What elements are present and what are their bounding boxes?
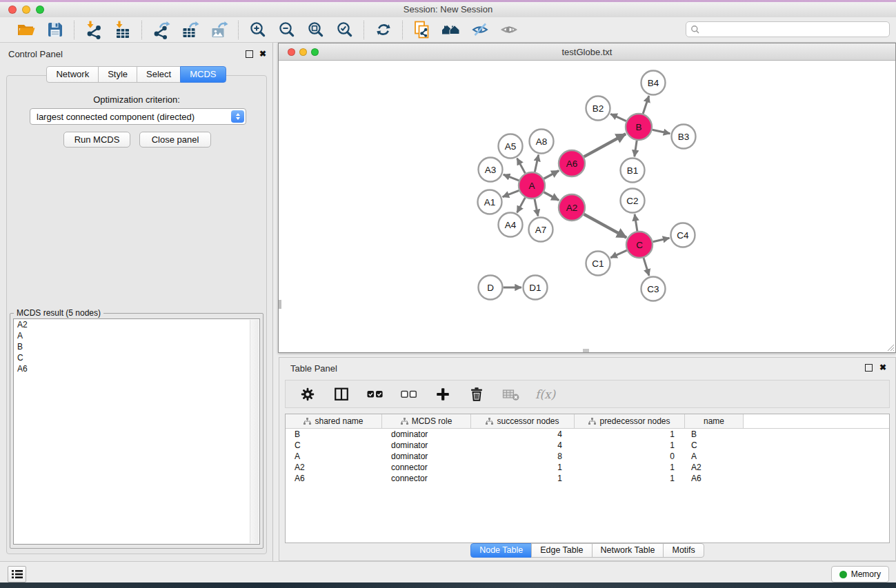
table-row[interactable]: A dominator 8 0 A bbox=[286, 451, 889, 462]
main-toolbar bbox=[0, 17, 896, 43]
resize-grip-icon[interactable] bbox=[885, 342, 895, 352]
graph-edge-C-C3[interactable] bbox=[644, 258, 649, 276]
horizontal-scroll-hint[interactable] bbox=[583, 349, 589, 352]
graph-edge-A-A4[interactable] bbox=[517, 198, 526, 213]
graph-edge-A-A8[interactable] bbox=[535, 155, 538, 172]
deselect-all-button[interactable] bbox=[400, 385, 418, 403]
optimization-criterion-select[interactable]: largest connected component (directed) bbox=[30, 108, 246, 125]
columns-icon bbox=[333, 386, 350, 403]
table-row[interactable]: C dominator 4 1 C bbox=[286, 440, 889, 451]
select-all-button[interactable] bbox=[366, 385, 384, 403]
graph-edge-B-B2[interactable] bbox=[610, 114, 626, 121]
task-history-button[interactable] bbox=[8, 566, 26, 582]
tab-network[interactable]: Network bbox=[46, 66, 99, 83]
show-panels-button[interactable] bbox=[499, 20, 519, 40]
home-button[interactable] bbox=[441, 20, 461, 40]
delete-column-button[interactable] bbox=[468, 385, 486, 403]
column-header-mcds-role[interactable]: MCDS role bbox=[382, 414, 471, 428]
hide-panels-button[interactable] bbox=[470, 20, 490, 40]
close-window-button[interactable] bbox=[288, 48, 295, 56]
scrollbar[interactable] bbox=[250, 320, 259, 543]
open-session-button[interactable] bbox=[16, 20, 36, 40]
graph-edge-B-B4[interactable] bbox=[643, 96, 649, 114]
minimize-window-button[interactable] bbox=[299, 48, 307, 56]
graph-node-label-D1: D1 bbox=[529, 283, 541, 293]
graph-edge-A-A1[interactable] bbox=[503, 190, 519, 196]
network-from-selection-button[interactable] bbox=[412, 20, 432, 40]
graph-edge-A-A5[interactable] bbox=[517, 159, 526, 174]
export-image-button[interactable] bbox=[209, 20, 229, 40]
tab-style[interactable]: Style bbox=[98, 66, 137, 83]
zoom-in-button[interactable] bbox=[248, 20, 268, 40]
export-table-button[interactable] bbox=[180, 20, 200, 40]
app-titlebar: Session: New Session bbox=[0, 2, 896, 17]
search-box[interactable] bbox=[686, 21, 890, 37]
table-header-row: shared name MCDS role successor nodes bbox=[286, 414, 889, 429]
export-network-button[interactable] bbox=[151, 20, 171, 40]
graph-node-label-A7: A7 bbox=[535, 225, 547, 235]
graph-node-label-A2: A2 bbox=[566, 203, 578, 213]
network-window-titlebar: testGlobe.txt bbox=[279, 43, 895, 61]
graph-edge-A6-B[interactable] bbox=[584, 134, 626, 156]
zoom-out-button[interactable] bbox=[277, 20, 297, 40]
graph-edge-A-A3[interactable] bbox=[504, 174, 519, 181]
list-item[interactable]: A6 bbox=[14, 363, 259, 374]
list-item[interactable]: C bbox=[14, 352, 259, 363]
list-item[interactable]: B bbox=[14, 341, 259, 352]
table-row[interactable]: B dominator 4 1 B bbox=[286, 429, 889, 440]
window-controls bbox=[8, 6, 44, 14]
search-input[interactable] bbox=[703, 25, 889, 34]
column-header-shared-name[interactable]: shared name bbox=[286, 414, 382, 428]
float-panel-icon[interactable] bbox=[865, 364, 873, 372]
memory-button[interactable]: Memory bbox=[831, 566, 889, 582]
list-item[interactable]: A2 bbox=[14, 319, 259, 330]
graph-edge-C-C4[interactable] bbox=[653, 238, 670, 241]
run-mcds-button[interactable]: Run MCDS bbox=[63, 132, 130, 148]
column-header-successor-nodes[interactable]: successor nodes bbox=[471, 414, 575, 428]
refresh-button[interactable] bbox=[373, 20, 393, 40]
graph-node-label-A4: A4 bbox=[505, 220, 517, 230]
graph-edge-C-C2[interactable] bbox=[635, 214, 637, 231]
graph-edge-B-B3[interactable] bbox=[653, 130, 670, 134]
list-item[interactable]: A bbox=[14, 330, 259, 341]
tab-edge-table[interactable]: Edge Table bbox=[531, 543, 592, 558]
graph-edge-B-B1[interactable] bbox=[635, 141, 637, 156]
zoom-selected-button[interactable] bbox=[335, 20, 355, 40]
table-row[interactable]: A2 connector 1 1 A2 bbox=[286, 462, 889, 473]
tab-select[interactable]: Select bbox=[137, 66, 181, 83]
float-panel-icon[interactable] bbox=[246, 50, 253, 58]
close-panel-button[interactable]: Close panel bbox=[139, 132, 211, 148]
optimization-criterion-label: Optimization criterion: bbox=[7, 94, 266, 105]
table-row[interactable]: A6 connector 1 1 A6 bbox=[286, 473, 889, 484]
create-column-button[interactable] bbox=[434, 385, 452, 403]
show-columns-button[interactable] bbox=[332, 385, 350, 403]
tab-network-table[interactable]: Network Table bbox=[592, 543, 664, 558]
eye-slash-icon bbox=[471, 21, 489, 39]
eye-icon bbox=[500, 21, 518, 39]
close-panel-icon[interactable]: ✖ bbox=[879, 363, 886, 372]
minimize-window-button[interactable] bbox=[22, 6, 30, 14]
tab-motifs[interactable]: Motifs bbox=[663, 543, 704, 558]
network-canvas[interactable]: B4B2BB3A5A8A6B1A3AC2A1A2A4A7C4CC1C3DD1 bbox=[279, 61, 895, 352]
import-network-button[interactable] bbox=[83, 20, 103, 40]
save-session-button[interactable] bbox=[45, 20, 65, 40]
tab-mcds[interactable]: MCDS bbox=[180, 66, 226, 83]
graph-node-label-A: A bbox=[528, 181, 535, 191]
tab-node-table[interactable]: Node Table bbox=[470, 543, 532, 558]
vertical-scroll-hint[interactable] bbox=[279, 300, 281, 309]
column-header-name[interactable]: name bbox=[685, 414, 744, 428]
maximize-window-button[interactable] bbox=[36, 6, 44, 14]
zoom-fit-icon bbox=[307, 21, 325, 39]
column-header-predecessor-nodes[interactable]: predecessor nodes bbox=[575, 414, 685, 428]
zoom-fit-button[interactable] bbox=[306, 20, 326, 40]
graph-edge-A-A7[interactable] bbox=[535, 199, 538, 216]
graph-edge-A-A6[interactable] bbox=[544, 170, 559, 179]
graph-edge-C-C1[interactable] bbox=[610, 250, 627, 258]
graph-edge-A-A2[interactable] bbox=[544, 192, 559, 201]
table-settings-button[interactable] bbox=[299, 385, 317, 403]
import-table-button[interactable] bbox=[112, 20, 132, 40]
maximize-window-button[interactable] bbox=[311, 48, 319, 56]
close-panel-icon[interactable]: ✖ bbox=[259, 49, 266, 59]
close-window-button[interactable] bbox=[8, 6, 17, 14]
graph-edge-A2-C[interactable] bbox=[584, 214, 627, 238]
